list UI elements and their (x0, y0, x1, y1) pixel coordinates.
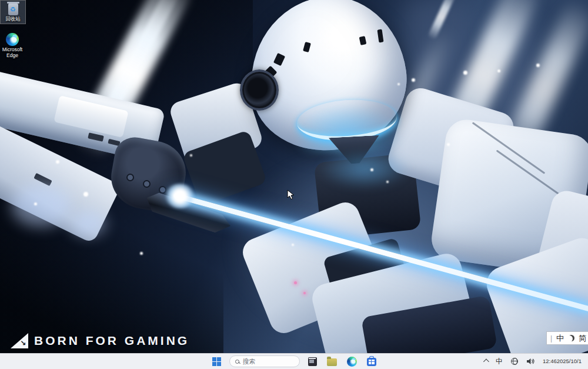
taskbar: 中 12:46 2025/10/1 (0, 353, 588, 369)
debris-dot (190, 154, 192, 157)
folder-icon (327, 358, 337, 366)
half-width-moon-icon[interactable] (568, 335, 574, 341)
desktop-icon-label: Microsoft Edge (1, 47, 24, 59)
debris-dot (370, 168, 373, 171)
debris-dot (83, 192, 88, 197)
microsoft-store-icon (367, 358, 376, 366)
robot-knuckle (143, 180, 151, 188)
ime-charset-simplified[interactable]: 简 (579, 333, 586, 344)
taskbar-app-edge[interactable] (345, 354, 359, 368)
desktop-icon-microsoft-edge[interactable]: Microsoft Edge (0, 32, 25, 60)
tray-ime-language[interactable]: 中 (494, 354, 505, 368)
accent-light (303, 292, 306, 294)
debris-dot (34, 202, 37, 205)
gaming-brand-logo-icon: ↘ (11, 333, 28, 348)
windows-logo-icon (212, 357, 221, 366)
mouse-cursor (287, 190, 295, 200)
recycle-symbol: ♻ (10, 6, 16, 13)
logo-arrow-icon: ↘ (20, 339, 26, 347)
speaker-icon (526, 358, 534, 365)
search-input[interactable] (243, 358, 290, 365)
wallpaper-slogan: ↘ BORN FOR GAMING (11, 333, 189, 348)
robot-knuckle (126, 174, 134, 181)
edge-icon (347, 357, 357, 367)
taskbar-app-file-explorer[interactable] (325, 354, 339, 368)
ime-mode-chinese[interactable]: 中 (556, 333, 564, 344)
debris-dot (292, 244, 294, 246)
recycle-bin-icon: ♻ (8, 4, 18, 15)
system-tray: 中 12:46 2025/10/1 (477, 354, 588, 369)
tray-network-button[interactable] (509, 354, 520, 368)
accent-light (294, 281, 297, 284)
helmet-lens (240, 69, 279, 111)
debris-dot (497, 69, 500, 72)
tray-date: 2025/10/1 (557, 358, 582, 365)
edge-icon (6, 33, 19, 46)
ime-toolbar[interactable]: | 中 简 (546, 331, 588, 345)
desktop-icon-label: 回收站 (5, 16, 21, 22)
neck-glow (318, 148, 412, 190)
tray-volume-button[interactable] (524, 354, 536, 368)
taskbar-app-photos[interactable] (306, 354, 319, 368)
debris-dot (386, 181, 389, 183)
debris-dot (397, 83, 400, 85)
debris-dot (140, 252, 143, 255)
wallpaper (0, 0, 588, 353)
debris-dot (412, 78, 415, 82)
image-app-icon (308, 357, 317, 366)
energy-blade-flare (165, 184, 195, 208)
debris-dot (463, 71, 467, 75)
debris-dot (447, 143, 450, 146)
network-globe-icon (511, 358, 518, 365)
debris-dot (56, 160, 59, 164)
tray-time: 12:46 (543, 358, 557, 365)
chevron-up-icon (483, 358, 489, 364)
taskbar-search-box[interactable] (229, 355, 300, 367)
taskbar-app-store[interactable] (365, 354, 378, 368)
tray-hidden-icons-button[interactable] (482, 354, 489, 368)
tray-clock[interactable]: 12:46 2025/10/1 (541, 354, 583, 368)
start-button[interactable] (211, 354, 223, 368)
ime-caret: | (550, 334, 552, 343)
desktop-screen: ♻ 回收站 Microsoft Edge ↘ BORN FOR GAMING |… (0, 0, 588, 369)
debris-dot (536, 64, 540, 67)
bokeh-glow (71, 212, 106, 235)
slogan-text: BORN FOR GAMING (34, 334, 189, 348)
search-icon (235, 360, 239, 364)
bokeh-glow (12, 185, 71, 227)
desktop-icon-recycle-bin[interactable]: ♻ 回收站 (1, 1, 25, 24)
